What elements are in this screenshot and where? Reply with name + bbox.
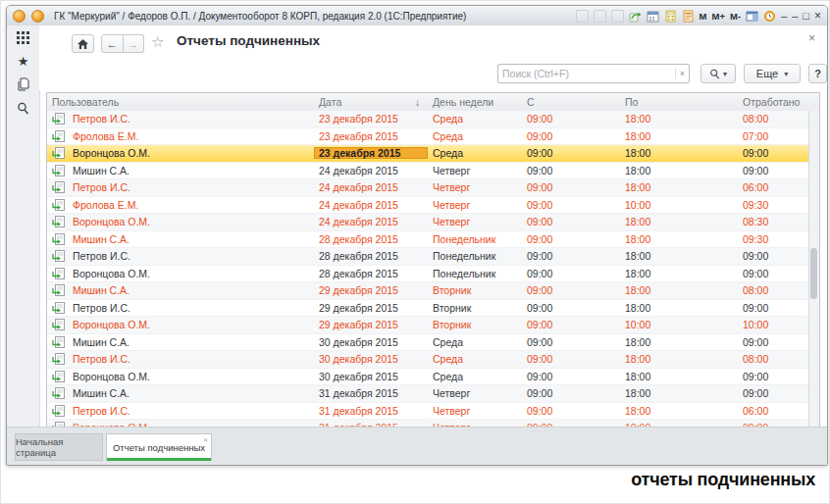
window-title: ГК "Меркурий" / Федоров О.П. / Документо… bbox=[54, 11, 466, 22]
cell-user: Петров И.С. bbox=[73, 181, 130, 193]
column-header-weekday[interactable]: День недели bbox=[428, 96, 522, 108]
nav-history-buttons: ← → bbox=[101, 34, 144, 53]
open-windows-tabstrip: Начальная страница Отчеты подчиненных × bbox=[7, 427, 827, 465]
table-row[interactable]: Петров И.С. 23 декабря 2015 Среда 09:00 … bbox=[47, 111, 810, 128]
column-header-worked[interactable]: Отработано bbox=[738, 96, 810, 108]
minimize-icon[interactable]: – bbox=[792, 6, 798, 25]
table-row[interactable]: Мишин С.А. 24 декабря 2015 Четверг 09:00… bbox=[47, 163, 810, 180]
table-body: Петров И.С. 23 декабря 2015 Среда 09:00 … bbox=[47, 111, 810, 427]
cell-user: Петров И.С. bbox=[73, 113, 130, 125]
left-panel: ★ bbox=[7, 25, 40, 428]
page-title: Отчеты подчиненных bbox=[177, 33, 320, 48]
cell-weekday: Четверг bbox=[428, 199, 522, 211]
column-header-date[interactable]: Дата ↓ bbox=[314, 96, 428, 108]
tab-subordinate-reports[interactable]: Отчеты подчиненных × bbox=[106, 433, 212, 461]
cell-worked: 09:00 bbox=[738, 250, 810, 262]
cell-to: 18:00 bbox=[620, 387, 738, 399]
table-row[interactable]: Воронцова О.М. 23 декабря 2015 Среда 09:… bbox=[47, 145, 810, 163]
cell-from: 09:00 bbox=[522, 130, 620, 142]
table-row[interactable]: Воронцова О.М. 31 декабря 2015 Четверг 0… bbox=[47, 420, 810, 427]
calculator-icon[interactable] bbox=[664, 10, 677, 23]
report-document-icon bbox=[52, 268, 65, 279]
add-to-favorites-icon[interactable]: ☆ bbox=[151, 33, 164, 51]
table-row[interactable]: Петров И.С. 29 декабря 2015 Вторник 09:0… bbox=[47, 300, 810, 318]
calc-memory-button[interactable]: M bbox=[700, 11, 707, 22]
calc-memory-plus-button[interactable]: M+ bbox=[712, 11, 725, 22]
scrollbar-thumb[interactable] bbox=[810, 248, 817, 299]
collapse-window-icon[interactable]: – bbox=[781, 6, 787, 25]
help-button[interactable]: ? bbox=[808, 64, 827, 83]
forward-button[interactable]: → bbox=[124, 34, 145, 53]
table-row[interactable]: Мишин С.А. 28 декабря 2015 Понедельник 0… bbox=[47, 231, 810, 249]
cell-worked: 08:00 bbox=[738, 353, 810, 365]
system-menu-button-2[interactable] bbox=[31, 10, 44, 23]
cell-date: 24 декабря 2015 bbox=[314, 181, 428, 193]
table-row[interactable]: Петров И.С. 28 декабря 2015 Понедельник … bbox=[47, 248, 810, 266]
table-row[interactable]: Фролова Е.М. 24 декабря 2015 Четверг 09:… bbox=[47, 197, 810, 215]
cell-to: 18:00 bbox=[620, 250, 738, 262]
table-row[interactable]: Фролова Е.М. 23 декабря 2015 Среда 09:00… bbox=[47, 128, 810, 146]
cell-user: Петров И.С. bbox=[73, 250, 130, 262]
cell-worked: 09:00 bbox=[738, 165, 810, 176]
cell-to: 18:00 bbox=[620, 336, 738, 348]
vertical-scrollbar[interactable] bbox=[808, 111, 819, 427]
cell-worked: 06:00 bbox=[738, 181, 810, 193]
table-row[interactable]: Петров И.С. 30 декабря 2015 Среда 09:00 … bbox=[47, 351, 810, 369]
close-tab-icon[interactable]: × bbox=[203, 435, 208, 444]
column-header-to[interactable]: По bbox=[620, 96, 738, 108]
calendar-icon[interactable] bbox=[647, 10, 659, 23]
table-row[interactable]: Воронцова О.М. 29 декабря 2015 Вторник 0… bbox=[47, 317, 810, 334]
search-input[interactable] bbox=[498, 68, 675, 79]
maximize-icon[interactable]: □ bbox=[803, 6, 809, 25]
system-menu-button[interactable] bbox=[13, 10, 26, 23]
close-form-icon[interactable]: × bbox=[808, 31, 815, 45]
cell-date: 30 декабря 2015 bbox=[314, 371, 428, 382]
table-row[interactable]: Воронцова О.М. 28 декабря 2015 Понедельн… bbox=[47, 266, 810, 283]
report-document-icon bbox=[52, 250, 65, 262]
cell-date: 30 декабря 2015 bbox=[314, 353, 428, 365]
formula-calc-icon[interactable] bbox=[682, 10, 695, 23]
column-header-from[interactable]: С bbox=[522, 96, 620, 108]
cell-date: 29 декабря 2015 bbox=[314, 302, 428, 314]
send-message-icon[interactable] bbox=[629, 10, 642, 23]
cell-date: 24 декабря 2015 bbox=[314, 199, 428, 211]
table-row[interactable]: Воронцова О.М. 24 декабря 2015 Четверг 0… bbox=[47, 214, 810, 231]
cell-to: 18:00 bbox=[620, 371, 738, 382]
back-button[interactable]: ← bbox=[101, 34, 124, 53]
alarm-clock-icon[interactable] bbox=[763, 10, 776, 23]
cell-user: Петров И.С. bbox=[73, 405, 130, 417]
favorites-icon[interactable]: ★ bbox=[7, 49, 39, 73]
cell-from: 09:00 bbox=[522, 216, 620, 227]
report-document-icon bbox=[52, 216, 65, 227]
table-row[interactable]: Петров И.С. 24 декабря 2015 Четверг 09:0… bbox=[47, 179, 810, 197]
cell-from: 09:00 bbox=[522, 387, 620, 399]
figure-caption: отчеты подчиненных bbox=[631, 470, 815, 490]
search-options-button[interactable]: ▾ bbox=[700, 64, 736, 83]
cell-from: 09:00 bbox=[522, 233, 620, 245]
cell-user: Воронцова О.М. bbox=[73, 216, 150, 227]
cell-user: Петров И.С. bbox=[73, 302, 130, 314]
tab-home-page[interactable]: Начальная страница bbox=[15, 433, 103, 461]
history-icon[interactable] bbox=[7, 73, 39, 96]
calc-memory-minus-button[interactable]: M- bbox=[730, 11, 741, 22]
home-button[interactable] bbox=[72, 34, 94, 53]
table-row[interactable]: Мишин С.А. 31 декабря 2015 Четверг 09:00… bbox=[47, 385, 810, 403]
cell-worked: 08:00 bbox=[738, 113, 810, 125]
search-history-icon[interactable] bbox=[7, 96, 39, 120]
report-document-icon bbox=[52, 387, 65, 399]
functions-menu-icon[interactable] bbox=[7, 25, 39, 49]
more-actions-button[interactable]: Еще ▾ bbox=[744, 64, 801, 83]
cell-weekday: Вторник bbox=[428, 319, 522, 330]
report-document-icon bbox=[52, 130, 65, 142]
table-row[interactable]: Мишин С.А. 29 декабря 2015 Вторник 09:00… bbox=[47, 282, 810, 300]
search-clear-icon[interactable]: × bbox=[675, 69, 689, 78]
close-window-icon[interactable]: × bbox=[814, 6, 821, 25]
cell-weekday: Среда bbox=[428, 113, 522, 125]
report-document-icon bbox=[52, 199, 65, 211]
table-row[interactable]: Мишин С.А. 30 декабря 2015 Среда 09:00 1… bbox=[47, 334, 810, 352]
column-header-user[interactable]: Пользователь bbox=[47, 96, 314, 108]
table-row[interactable]: Воронцова О.М. 30 декабря 2015 Среда 09:… bbox=[47, 369, 810, 386]
cell-date: 29 декабря 2015 bbox=[314, 319, 428, 330]
window-layout-icon[interactable] bbox=[746, 10, 758, 23]
table-row[interactable]: Петров И.С. 31 декабря 2015 Четверг 09:0… bbox=[47, 403, 810, 421]
